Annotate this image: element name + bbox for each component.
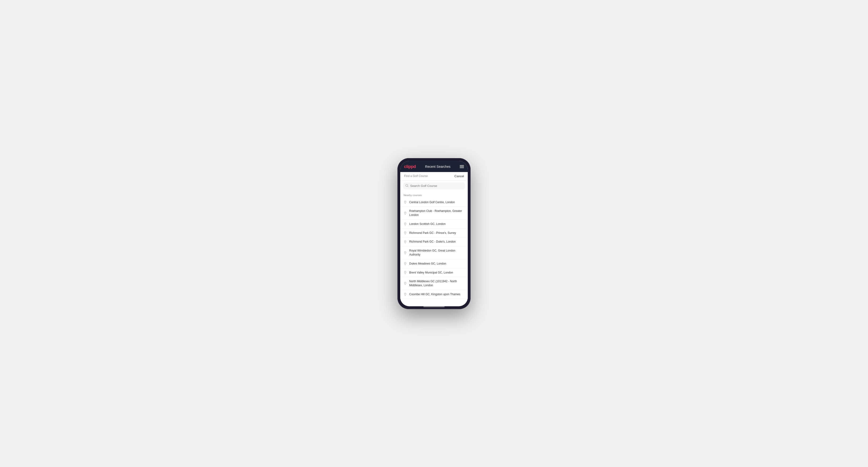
find-bar: Find a Golf Course Cancel [400, 172, 468, 181]
location-pin-icon [404, 251, 407, 254]
course-name: Richmond Park GC - Prince's, Surrey [409, 231, 456, 235]
search-container [400, 181, 468, 192]
nav-title: Recent Searches [425, 165, 450, 168]
course-list: Central London Golf Centre, London Roeha… [400, 198, 468, 299]
course-name: Roehampton Club - Roehampton, Greater Lo… [409, 209, 464, 217]
search-input[interactable] [410, 184, 463, 188]
list-item[interactable]: Richmond Park GC - Duke's, London [400, 238, 468, 246]
location-pin-icon [404, 200, 407, 204]
list-item[interactable]: Coombe Hill GC, Kingston upon Thames [400, 290, 468, 299]
svg-point-6 [405, 241, 406, 242]
svg-point-7 [405, 252, 406, 253]
location-pin-icon [404, 240, 407, 244]
nearby-section: Nearby courses Central London Golf Centr… [400, 192, 468, 306]
search-icon [405, 184, 408, 188]
svg-point-2 [405, 201, 406, 202]
location-pin-icon [404, 262, 407, 265]
find-label: Find a Golf Course [404, 175, 428, 178]
course-name: Royal Wimbledon GC, Great London Authori… [409, 249, 464, 257]
location-pin-icon [404, 212, 407, 215]
course-name: London Scottish GC, London [409, 222, 445, 226]
course-name: Brent Valley Municipal GC, London [409, 271, 453, 275]
svg-point-8 [405, 263, 406, 263]
cancel-button[interactable]: Cancel [455, 175, 464, 178]
svg-point-4 [405, 223, 406, 224]
nearby-header: Nearby courses [400, 192, 468, 198]
menu-icon[interactable] [460, 165, 464, 168]
phone-device: clippd Recent Searches Find a Golf Cours… [397, 158, 471, 309]
list-item[interactable]: London Scottish GC, London [400, 220, 468, 229]
course-name: Coombe Hill GC, Kingston upon Thames [409, 292, 460, 297]
course-name: Dukes Meadows GC, London [409, 262, 446, 266]
location-pin-icon [404, 231, 407, 235]
list-item[interactable]: Dukes Meadows GC, London [400, 259, 468, 268]
home-indicator [423, 306, 445, 307]
svg-point-11 [405, 293, 406, 294]
course-name: North Middlesex GC (1011942 - North Midd… [409, 279, 464, 287]
list-item[interactable]: Brent Valley Municipal GC, London [400, 268, 468, 277]
list-item[interactable]: Royal Wimbledon GC, Great London Authori… [400, 246, 468, 259]
course-name: Central London Golf Centre, London [409, 200, 455, 205]
list-item[interactable]: Richmond Park GC - Prince's, Surrey [400, 229, 468, 238]
svg-point-9 [405, 272, 406, 273]
svg-point-10 [405, 283, 406, 283]
svg-line-1 [408, 186, 408, 187]
list-item[interactable]: Central London Golf Centre, London [400, 198, 468, 207]
location-pin-icon [404, 292, 407, 296]
phone-screen: clippd Recent Searches Find a Golf Cours… [400, 161, 468, 306]
app-logo: clippd [404, 164, 416, 169]
course-name: Richmond Park GC - Duke's, London [409, 240, 456, 244]
list-item[interactable]: North Middlesex GC (1011942 - North Midd… [400, 277, 468, 290]
top-nav: clippd Recent Searches [400, 161, 468, 172]
location-pin-icon [404, 222, 407, 226]
list-item[interactable]: Roehampton Club - Roehampton, Greater Lo… [400, 207, 468, 220]
svg-point-5 [405, 232, 406, 233]
svg-point-3 [405, 212, 406, 213]
location-pin-icon [404, 282, 407, 285]
search-box [403, 182, 465, 189]
location-pin-icon [404, 271, 407, 274]
